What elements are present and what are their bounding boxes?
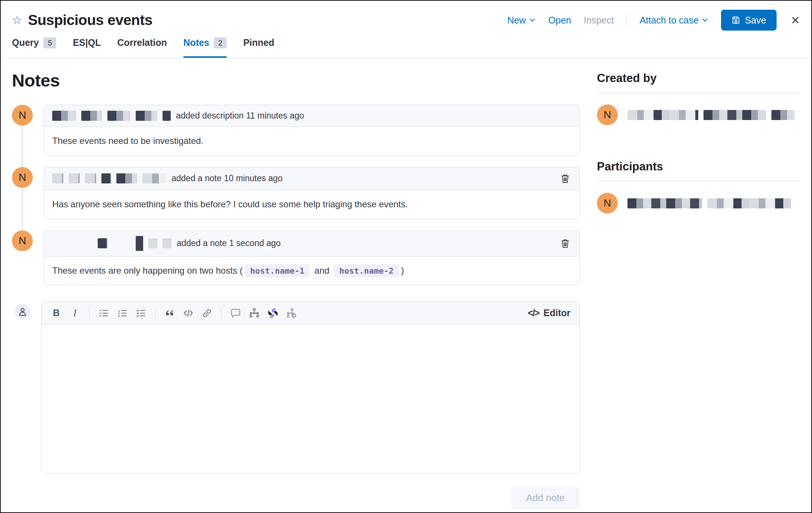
- redacted-username: [52, 173, 166, 183]
- participant-user: N: [597, 190, 800, 216]
- ai-assistant-icon[interactable]: [265, 305, 281, 321]
- svg-text:3: 3: [118, 314, 120, 318]
- divider: [597, 92, 800, 93]
- save-button[interactable]: Save: [721, 10, 777, 31]
- note-body-text: These events need to be investigated.: [44, 127, 579, 155]
- tab-query-count: 5: [43, 37, 56, 48]
- header-divider: [626, 14, 627, 26]
- add-note-button[interactable]: Add note: [511, 487, 580, 509]
- avatar: N: [597, 104, 618, 125]
- redacted-username: [52, 236, 171, 251]
- code-icon[interactable]: [180, 305, 196, 321]
- divider: [597, 181, 800, 181]
- notes-list: N added description 11 minutes ago: [12, 105, 580, 285]
- timeline-icon[interactable]: [246, 305, 262, 321]
- tab-esql[interactable]: ES|QL: [73, 35, 101, 58]
- delete-note-button[interactable]: [559, 237, 571, 249]
- code-icon: </>: [528, 308, 539, 318]
- new-timeline-button[interactable]: New: [507, 15, 536, 26]
- avatar: N: [12, 167, 33, 188]
- avatar: N: [597, 193, 618, 214]
- investigate-icon[interactable]: [283, 305, 300, 321]
- save-icon: [731, 16, 740, 25]
- page-title: Notes: [12, 70, 580, 91]
- note-item: N added a note 10 minutes ago: [12, 167, 580, 219]
- note-item: N added description 11 minutes ago: [12, 105, 580, 156]
- ordered-list-icon[interactable]: 123: [114, 305, 130, 321]
- note-event-text: added a note 10 minutes ago: [171, 173, 283, 183]
- redacted-username: [627, 110, 794, 120]
- chevron-down-icon: [702, 17, 708, 23]
- note-item: N added a note 1 second ago: [12, 230, 580, 286]
- note-event-text: added a note 1 second ago: [177, 238, 281, 248]
- redacted-username: [52, 111, 171, 121]
- task-list-icon[interactable]: [133, 305, 149, 321]
- close-icon[interactable]: ✕: [791, 14, 800, 27]
- created-by-user: N: [597, 102, 800, 128]
- trash-icon: [560, 173, 570, 184]
- anonymous-user-icon: [15, 304, 30, 320]
- notes-details-panel: Created by N Participants N: [580, 58, 801, 509]
- delete-note-button[interactable]: [559, 173, 571, 185]
- timeline-header: ☆ Suspicious events New Open Inspect Att…: [1, 1, 811, 35]
- quote-icon[interactable]: [161, 305, 178, 321]
- redacted-username: [627, 198, 791, 208]
- open-timeline-button[interactable]: Open: [548, 15, 571, 26]
- timeline-title: Suspicious events: [28, 12, 152, 28]
- unordered-list-icon[interactable]: [95, 305, 112, 321]
- bold-button[interactable]: B: [48, 305, 64, 321]
- trash-icon: [560, 238, 570, 249]
- italic-button[interactable]: I: [67, 305, 83, 321]
- new-note-editor: B I 123: [12, 302, 580, 474]
- link-icon[interactable]: [199, 305, 215, 321]
- chevron-down-icon: [529, 17, 536, 23]
- note-editor-input[interactable]: [41, 324, 579, 473]
- timeline-tabs: Query5 ES|QL Correlation Notes2 Pinned: [1, 35, 811, 58]
- created-by-heading: Created by: [597, 72, 800, 85]
- editor-mode-toggle[interactable]: </> Editor: [528, 308, 573, 318]
- avatar: N: [12, 230, 33, 251]
- note-body-text: These events are only happening on two h…: [44, 256, 579, 285]
- tab-query[interactable]: Query5: [12, 35, 56, 58]
- tab-pinned[interactable]: Pinned: [243, 35, 274, 58]
- tab-correlation[interactable]: Correlation: [117, 35, 167, 58]
- attach-to-case-button[interactable]: Attach to case: [639, 15, 708, 26]
- host-name-chip: host.name-1: [245, 264, 310, 277]
- note-event-text: added description 11 minutes ago: [176, 111, 304, 121]
- avatar: N: [12, 105, 33, 126]
- favorite-star-icon[interactable]: ☆: [12, 15, 22, 26]
- tab-notes[interactable]: Notes2: [183, 35, 227, 58]
- comment-icon[interactable]: [227, 305, 244, 321]
- note-body-text: Has anyone seen something like this befo…: [44, 190, 579, 219]
- inspect-button[interactable]: Inspect: [584, 15, 614, 26]
- tab-notes-count: 2: [214, 37, 227, 48]
- participants-heading: Participants: [597, 160, 800, 173]
- markdown-toolbar: B I 123: [41, 302, 579, 324]
- host-name-chip: host.name-2: [334, 264, 399, 277]
